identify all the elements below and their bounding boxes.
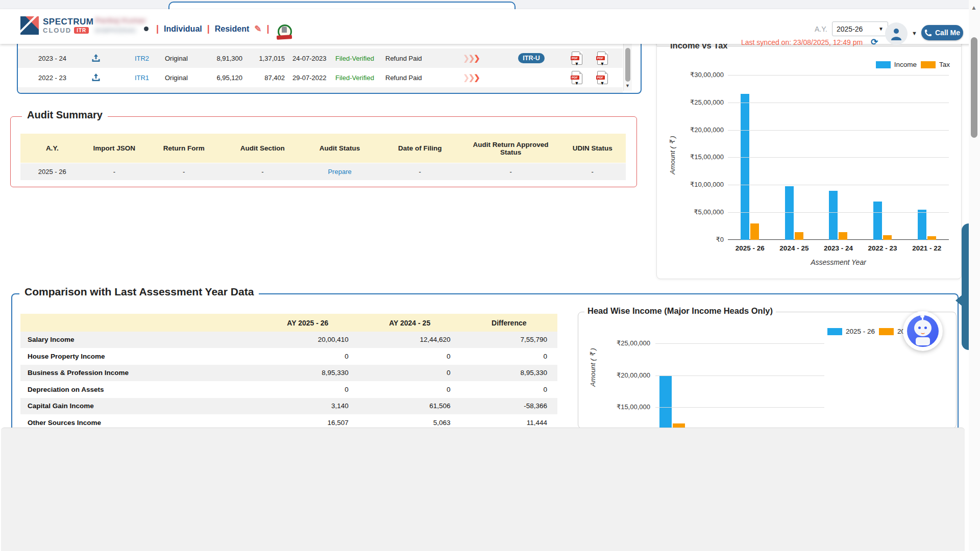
bar-Income[interactable] — [918, 210, 926, 240]
prepare-link[interactable]: Prepare — [328, 168, 351, 176]
x-axis-title: Assessment Year — [728, 258, 949, 266]
filing-income: 5,44,020 — [191, 87, 242, 94]
app-header: SPECTRUM CLOUD ITR Pankaj Kumar EKBPK555… — [0, 9, 980, 44]
filing-tax: 87,402 — [245, 68, 285, 87]
scroll-down-arrow-icon[interactable]: ▼ — [625, 83, 630, 88]
itr-form-link[interactable]: ITR2 — [129, 48, 155, 68]
filing-ay: 2022 - 23 — [28, 68, 77, 87]
bar-Income[interactable] — [873, 202, 882, 240]
comparison-row-label: Salary Income — [20, 336, 257, 343]
audit-table-header: A.Y.Import JSONReturn FormAudit SectionA… — [20, 134, 626, 163]
filing-status: Filed-Verified — [335, 48, 386, 68]
comparison-row: Salary Income20,00,41012,44,6207,55,790 — [20, 332, 557, 348]
next-section-background — [1, 428, 965, 551]
logo-itr-badge: ITR — [74, 27, 89, 34]
itr-form-link[interactable]: ITR1 — [129, 87, 155, 94]
y-axis-tick-label: ₹20,00,000 — [604, 371, 650, 379]
legend-item[interactable]: 2025 - 26 — [827, 328, 875, 335]
pdf-download-icon[interactable]: PDF▼ — [572, 52, 582, 65]
audit-row-cell: 2025 - 26 — [20, 168, 84, 176]
scroll-up-arrow-icon[interactable]: ▲ — [971, 4, 977, 11]
user-pan: EKBPK5554C — [95, 26, 146, 36]
comparison-ay2526-value: 20,00,410 — [257, 336, 359, 343]
y-axis-tick-label: ₹25,00,000 — [678, 98, 724, 106]
bar-Tax[interactable] — [839, 232, 847, 240]
audit-table: A.Y.Import JSONReturn FormAudit SectionA… — [20, 134, 626, 180]
pdf-download-icon[interactable]: PDF▼ — [597, 71, 608, 84]
expand-chevrons-icon[interactable]: ❯❯❯ — [456, 68, 486, 87]
last-synced-text: Last synced on: 23/08/2025, 12:49 pm — [741, 38, 863, 46]
bar-Tax[interactable] — [795, 232, 803, 240]
edit-pencil-icon[interactable]: ✎ — [254, 23, 261, 34]
income-tax-emblem-icon[interactable] — [278, 24, 291, 40]
itr-u-badge[interactable]: ITR-U — [518, 53, 544, 63]
audit-header-cell: Audit Status — [302, 142, 377, 154]
scrollbar-thumb[interactable] — [625, 48, 630, 82]
expand-chevrons-icon[interactable]: ❯❯❯ — [456, 48, 486, 68]
filing-ay: 2021 - 22 — [28, 87, 77, 94]
chevron-down-icon[interactable]: ▼ — [912, 30, 917, 36]
audit-header-cell: Date of Filing — [378, 142, 462, 154]
legend-swatch — [827, 328, 842, 335]
bar-Tax[interactable] — [883, 235, 892, 240]
refresh-icon[interactable]: ⟳ — [871, 37, 878, 47]
ay-select[interactable]: 2025-26 ▼ — [832, 21, 888, 36]
audit-header-cell: UDIN Status — [559, 142, 625, 154]
logo-icon — [20, 16, 39, 35]
upload-icon[interactable] — [91, 73, 101, 82]
bar-Income[interactable] — [829, 191, 838, 240]
comparison-diff-value: -58,366 — [461, 402, 557, 410]
income-vs-tax-plot — [728, 75, 949, 240]
bar-Income[interactable] — [785, 186, 794, 240]
comparison-ay2526-value: 16,507 — [257, 419, 359, 427]
user-info: Pankaj Kumar EKBPK5554C — [95, 15, 146, 36]
top-strip — [0, 0, 980, 9]
head-wise-title: Head Wise Income (Major Income Heads Onl… — [584, 306, 776, 316]
filing-table-row: 2022 - 23ITR1Original6,95,12087,40229-07… — [18, 68, 623, 87]
bar-Tax[interactable] — [927, 236, 936, 240]
bar-Income[interactable] — [741, 94, 749, 240]
profile-row: | Individual | Resident ✎ | — [156, 23, 270, 34]
legend-item[interactable]: Income — [876, 61, 917, 68]
legend-item[interactable]: Tax — [921, 61, 950, 68]
comparison-diff-value: 11,444 — [461, 419, 557, 427]
audit-row-cell: - — [559, 168, 625, 176]
comparison-ay2526-value: 0 — [257, 386, 359, 393]
filing-table-row: 2021 - 22-ITR1Original5,44,02063,85321-1… — [18, 87, 623, 94]
refund-status: Refund Paid — [385, 87, 434, 94]
filing-date: 29-07-2022 — [292, 68, 338, 87]
itr-form-link[interactable]: ITR1 — [129, 68, 155, 87]
filing-income: 6,95,120 — [191, 68, 242, 87]
comparison-ay2526-value: 8,95,330 — [257, 369, 359, 377]
legend-label: Tax — [939, 61, 950, 68]
audit-header-cell: Import JSON — [84, 142, 145, 154]
comparison-header-cell: AY 2025 - 26 — [257, 319, 359, 327]
bar-Tax[interactable] — [750, 223, 759, 240]
x-axis-tick-label: 2022 - 23 — [861, 244, 905, 252]
call-me-button[interactable]: Call Me — [921, 25, 963, 40]
head-wise-income-panel: Head Wise Income (Major Income Heads Onl… — [578, 312, 957, 429]
scrollbar-thumb[interactable] — [971, 37, 977, 138]
page-scrollbar[interactable]: ▲ — [969, 0, 980, 551]
chevron-left-icon — [955, 295, 962, 306]
comparison-row-label: Other Sources Income — [20, 419, 257, 427]
audit-header-cell: A.Y. — [20, 142, 84, 154]
comparison-ay2425-value: 61,506 — [359, 402, 461, 410]
legend-swatch — [879, 328, 894, 335]
pdf-download-icon[interactable]: PDF▼ — [572, 71, 582, 84]
pdf-download-icon[interactable]: PDF▼ — [597, 52, 608, 65]
filing-table-row: 2023 - 24ITR2Original8,91,3001,37,01524-… — [18, 48, 623, 68]
chatbot-icon[interactable] — [903, 311, 943, 351]
y-axis-tick-label: ₹15,00,000 — [678, 153, 724, 161]
expand-chevrons-icon[interactable]: ❯❯❯ — [456, 87, 486, 94]
upload-icon[interactable] — [91, 54, 101, 63]
user-avatar[interactable] — [885, 22, 908, 45]
filing-date: 24-07-2023 — [292, 48, 338, 68]
y-axis-tick-label: ₹25,00,000 — [604, 339, 650, 347]
comparison-title: Comparison with Last Assessment Year Dat… — [19, 286, 259, 298]
comparison-header-cell: AY 2024 - 25 — [359, 319, 461, 327]
refund-status: Refund Paid — [385, 68, 434, 87]
chevron-down-icon: ▼ — [878, 26, 884, 32]
audit-row-cell: - — [84, 168, 145, 176]
person-icon — [890, 27, 902, 40]
